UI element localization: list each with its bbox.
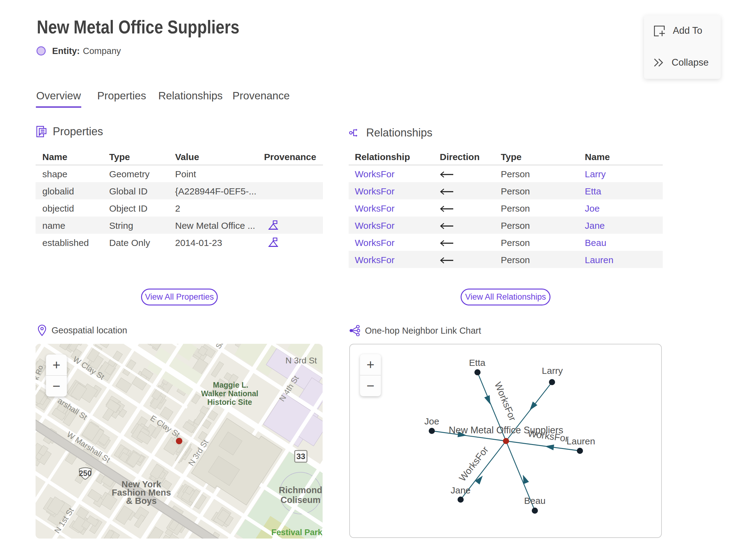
svg-text:Joe: Joe bbox=[424, 416, 439, 426]
svg-text:WorksFor: WorksFor bbox=[457, 444, 491, 483]
svg-text:N 3rd St: N 3rd St bbox=[286, 356, 317, 365]
svg-text:33: 33 bbox=[297, 452, 305, 461]
svg-text:Beau: Beau bbox=[524, 496, 546, 506]
svg-text:& Boys: & Boys bbox=[126, 496, 157, 506]
svg-text:Festival Park: Festival Park bbox=[271, 528, 323, 537]
svg-text:Coliseum: Coliseum bbox=[281, 495, 321, 505]
svg-text:Walker National: Walker National bbox=[201, 389, 259, 398]
svg-text:Etta: Etta bbox=[469, 358, 485, 368]
svg-text:Jane: Jane bbox=[450, 485, 470, 495]
svg-text:Historic Site: Historic Site bbox=[207, 398, 252, 406]
svg-text:WorksFor: WorksFor bbox=[493, 380, 518, 422]
svg-text:Lauren: Lauren bbox=[566, 436, 595, 446]
svg-text:Maggie L.: Maggie L. bbox=[213, 381, 248, 389]
svg-text:Richmond: Richmond bbox=[279, 485, 322, 495]
svg-text:Larry: Larry bbox=[542, 366, 563, 376]
svg-text:250: 250 bbox=[79, 469, 92, 478]
